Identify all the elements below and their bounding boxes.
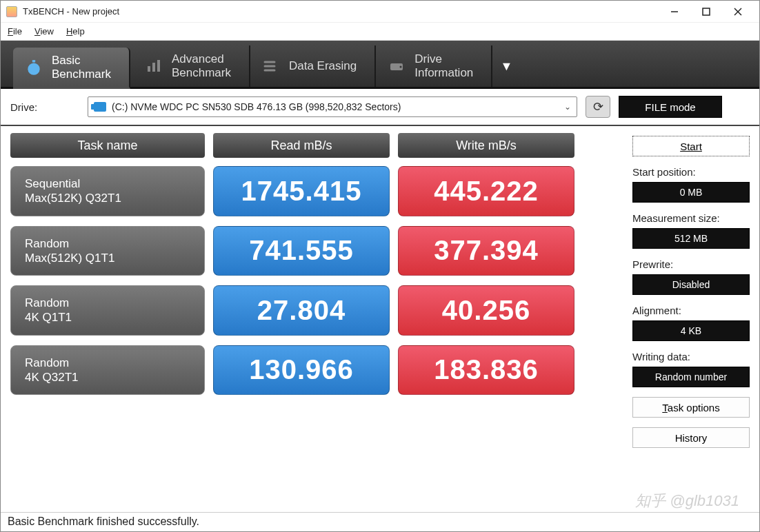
header-read: Read mB/s xyxy=(213,133,390,158)
write-value[interactable]: 445.222 xyxy=(398,166,574,216)
tab-basic-benchmark[interactable]: Basic Benchmark xyxy=(13,48,130,89)
titlebar: TxBENCH - New project xyxy=(1,1,759,23)
header-write: Write mB/s xyxy=(398,133,574,158)
stopwatch-icon xyxy=(24,58,43,77)
tab-label: Advanced Benchmark xyxy=(172,52,231,80)
prewrite-label: Prewrite: xyxy=(632,258,750,270)
drive-toolbar: Drive: (C:) NVMe WDC PC SN530 SDB 476.13… xyxy=(1,89,759,126)
task-cell[interactable]: SequentialMax(512K) Q32T1 xyxy=(10,166,205,216)
benchmark-row: RandomMax(512K) Q1T1741.555377.394 xyxy=(10,226,621,276)
wdata-label: Writing data: xyxy=(632,351,750,362)
svg-rect-7 xyxy=(152,63,155,72)
task-cell[interactable]: Random4K Q1T1 xyxy=(10,285,205,336)
drive-label: Drive: xyxy=(10,101,79,113)
drive-value: (C:) NVMe WDC PC SN530 SDB 476.13 GB (99… xyxy=(112,101,401,112)
header-task: Task name xyxy=(10,133,205,158)
drive-icon xyxy=(387,57,406,76)
side-panel: Start Start position: 0 MB Measurement s… xyxy=(632,133,750,512)
task-cell[interactable]: Random4K Q32T1 xyxy=(10,345,205,396)
barchart-icon xyxy=(144,57,163,76)
wdata-value[interactable]: Random number xyxy=(632,367,750,387)
align-label: Alignment: xyxy=(632,305,750,316)
tab-data-erasing[interactable]: Data Erasing xyxy=(250,45,376,87)
maximize-button[interactable] xyxy=(690,1,722,23)
write-value[interactable]: 377.394 xyxy=(398,226,574,276)
menu-file[interactable]: File xyxy=(8,26,22,37)
msize-value[interactable]: 512 MB xyxy=(632,228,750,249)
main-area: Task name Read mB/s Write mB/s Sequentia… xyxy=(1,126,759,512)
drive-select[interactable]: (C:) NVMe WDC PC SN530 SDB 476.13 GB (99… xyxy=(88,96,577,117)
prewrite-value[interactable]: Disabled xyxy=(632,274,750,295)
chevron-down-icon: ⌄ xyxy=(564,102,571,112)
svg-rect-8 xyxy=(157,60,160,72)
msize-label: Measurement size: xyxy=(632,212,750,224)
svg-rect-5 xyxy=(32,60,35,62)
menu-view[interactable]: View xyxy=(34,26,54,37)
tab-label: Drive Information xyxy=(414,52,473,80)
svg-rect-6 xyxy=(148,66,150,72)
svg-rect-1 xyxy=(703,8,710,15)
benchmark-row: Random4K Q1T127.80440.256 xyxy=(10,285,621,336)
erase-icon xyxy=(261,57,281,76)
task-cell[interactable]: RandomMax(512K) Q1T1 xyxy=(10,226,205,276)
startpos-label: Start position: xyxy=(632,166,750,178)
read-value[interactable]: 1745.415 xyxy=(213,166,390,216)
write-value[interactable]: 183.836 xyxy=(398,345,574,396)
benchmark-table: Task name Read mB/s Write mB/s Sequentia… xyxy=(10,133,621,512)
benchmark-row: SequentialMax(512K) Q32T11745.415445.222 xyxy=(10,166,621,216)
svg-point-10 xyxy=(400,66,402,68)
tab-label: Basic Benchmark xyxy=(52,54,111,81)
tab-label: Data Erasing xyxy=(289,59,357,73)
history-button[interactable]: History xyxy=(632,427,750,448)
task-options-button[interactable]: Task options xyxy=(632,397,750,418)
read-value[interactable]: 741.555 xyxy=(213,226,390,276)
benchmark-row: Random4K Q32T1130.966183.836 xyxy=(10,345,621,396)
menu-help[interactable]: Help xyxy=(66,26,85,37)
minimize-button[interactable] xyxy=(659,1,690,23)
tab-drive-information[interactable]: Drive Information xyxy=(376,45,492,87)
refresh-button[interactable]: ⟳ xyxy=(586,96,610,118)
status-bar: Basic Benchmark finished successfully. xyxy=(1,512,759,531)
write-value[interactable]: 40.256 xyxy=(398,285,574,336)
align-value[interactable]: 4 KB xyxy=(632,320,750,341)
close-button[interactable] xyxy=(722,1,754,23)
tab-advanced-benchmark[interactable]: Advanced Benchmark xyxy=(133,45,250,87)
svg-point-4 xyxy=(28,63,39,74)
drive-icon xyxy=(94,102,106,112)
read-value[interactable]: 130.966 xyxy=(213,345,390,396)
window-title: TxBENCH - New project xyxy=(23,6,659,17)
tab-overflow-button[interactable]: ▼ xyxy=(492,45,520,87)
file-mode-button[interactable]: FILE mode xyxy=(619,96,722,118)
app-icon xyxy=(6,6,17,17)
menubar: File View Help xyxy=(1,23,759,41)
read-value[interactable]: 27.804 xyxy=(213,285,390,336)
startpos-value[interactable]: 0 MB xyxy=(632,182,750,203)
tabstrip: Basic Benchmark Advanced Benchmark Data … xyxy=(1,41,759,89)
start-button[interactable]: Start xyxy=(632,136,750,156)
